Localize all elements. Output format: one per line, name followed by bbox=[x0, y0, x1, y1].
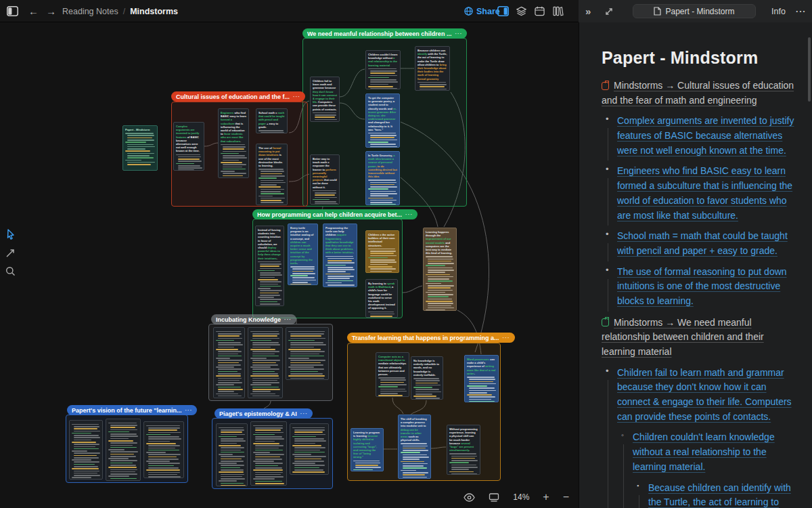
canvas-card-20[interactable]: Learning to program is learning become h… bbox=[351, 428, 384, 471]
group-menu-icon[interactable]: ··· bbox=[405, 211, 413, 217]
canvas-card-27[interactable] bbox=[106, 419, 141, 481]
breadcrumb-current[interactable]: Mindstorms bbox=[130, 7, 178, 16]
calendar-icon[interactable] bbox=[535, 0, 545, 22]
canvas-card-28[interactable] bbox=[143, 421, 184, 478]
canvas-card-29[interactable] bbox=[216, 423, 248, 486]
canvas-card-5[interactable]: Better way to teach math = empower the l… bbox=[310, 154, 340, 205]
canvas-card-6[interactable]: In Turtle Geometry, a math idea became a… bbox=[365, 151, 400, 205]
card-text-line bbox=[451, 460, 478, 461]
canvas-card-9[interactable]: School math = math that could be taught … bbox=[256, 108, 288, 133]
card-text-line bbox=[428, 270, 454, 271]
layers-icon[interactable] bbox=[516, 0, 526, 22]
bullet-link-text[interactable]: Complex arguments are invented to justif… bbox=[617, 114, 794, 158]
card-text-line bbox=[74, 466, 98, 467]
open-document-tab[interactable]: Papert - Mindstorm bbox=[633, 4, 756, 18]
group-menu-icon[interactable]: ··· bbox=[185, 407, 192, 413]
card-text-line bbox=[261, 198, 285, 199]
group-label-how-programming-helps[interactable]: How programming can help children acquir… bbox=[252, 209, 418, 219]
card-text-line bbox=[451, 467, 478, 468]
canvas-card-15[interactable]: By learning to speak math in Mathland, a… bbox=[365, 279, 398, 318]
card-text-line bbox=[108, 458, 129, 459]
card-text-line bbox=[415, 389, 439, 390]
bullet-link-text[interactable]: School math = math that could be taught … bbox=[617, 229, 794, 258]
right-sidebar-toggle-icon[interactable] bbox=[497, 0, 509, 22]
group-label-meaningful-relationship[interactable]: We need meanful relationship between chi… bbox=[302, 28, 467, 39]
card-text-line bbox=[288, 366, 314, 368]
group-menu-icon[interactable]: ··· bbox=[284, 316, 292, 322]
bullet-link-text[interactable]: Because children can identify with the T… bbox=[648, 481, 794, 508]
canvas-card-30[interactable] bbox=[250, 421, 287, 486]
canvas-card-1[interactable]: Children fail to learn math and grammar … bbox=[310, 77, 340, 122]
section-heading[interactable]: Mindstorms → Cultural issues of educatio… bbox=[602, 79, 794, 108]
canvas-card-13[interactable]: Programming the turtle can help children… bbox=[323, 224, 357, 287]
canvas-card-25[interactable] bbox=[286, 327, 329, 380]
card-text-line bbox=[261, 175, 285, 177]
card-text-line bbox=[428, 296, 449, 297]
canvas-card-14[interactable]: Children = the active builders of their … bbox=[365, 230, 399, 273]
group-label-cultural-issues[interactable]: Cultural issues of education and the f..… bbox=[171, 91, 305, 102]
back-button[interactable]: ← bbox=[28, 0, 39, 22]
zoom-in-button[interactable]: + bbox=[543, 492, 549, 503]
bullet-link-text[interactable]: Children fail to learn math and grammar … bbox=[617, 366, 794, 425]
info-button[interactable]: Info bbox=[771, 0, 786, 22]
group-menu-icon[interactable]: ··· bbox=[455, 30, 462, 37]
card-text-line bbox=[418, 82, 446, 83]
canvas-card-4[interactable]: To get the computer to generate poetry, … bbox=[365, 93, 400, 148]
canvas-card-26[interactable] bbox=[69, 420, 103, 480]
group-menu-icon[interactable]: ··· bbox=[293, 93, 300, 100]
card-text-line bbox=[313, 121, 330, 122]
panel-scrollbar[interactable] bbox=[808, 37, 811, 102]
card-text-line bbox=[146, 425, 180, 427]
canvas-card-12[interactable]: Every turtle program is an intuitive ana… bbox=[288, 224, 318, 285]
group-menu-icon[interactable]: ··· bbox=[503, 335, 510, 341]
canvas-card-11[interactable]: Instead of forcing students into countin… bbox=[255, 226, 284, 306]
connect-tool-icon[interactable] bbox=[5, 248, 16, 258]
expand-panel-icon[interactable] bbox=[604, 0, 614, 22]
collapse-panel-icon[interactable]: » bbox=[585, 0, 591, 22]
breadcrumb-parent[interactable]: Reading Notes bbox=[62, 7, 118, 16]
group-label-piaget-epistemology[interactable]: Piaget's epistemology & AI··· bbox=[215, 408, 313, 419]
canvas-card-10[interactable]: The use of formal reasoning to put down … bbox=[256, 144, 288, 205]
card-text-line bbox=[148, 436, 179, 438]
zoom-level[interactable]: 14% bbox=[513, 492, 529, 502]
sidebar-toggle-icon[interactable] bbox=[7, 0, 18, 22]
group-menu-icon[interactable]: ··· bbox=[300, 410, 308, 417]
canvas-card-3[interactable]: Because children can identify with the T… bbox=[415, 46, 450, 91]
card-text-line bbox=[403, 457, 429, 458]
section-heading[interactable]: Mindstorms → We need meanful relationshi… bbox=[602, 316, 794, 360]
select-tool-icon[interactable] bbox=[5, 229, 16, 240]
canvas-card-8[interactable]: Engineers who find BASIC easy to learn f… bbox=[218, 108, 249, 178]
canvas-card-22[interactable]: Without programming experience, learning… bbox=[447, 425, 480, 475]
group-label-papert-vision[interactable]: Papert's vision of the future "learnin..… bbox=[67, 405, 197, 415]
canvas-card-31[interactable] bbox=[290, 423, 329, 475]
canvas-card-16[interactable]: Learning happens through the improvement… bbox=[423, 228, 457, 311]
zoom-out-button[interactable]: − bbox=[563, 492, 569, 503]
card-text-line bbox=[218, 354, 238, 355]
bullet-link-text[interactable]: Children couldn't learn knowledge withou… bbox=[633, 430, 794, 474]
document-mini-card[interactable]: Papert - Mindstorm bbox=[122, 125, 158, 171]
canvas-card-24[interactable] bbox=[248, 327, 283, 398]
library-icon[interactable] bbox=[553, 0, 564, 22]
visibility-icon[interactable] bbox=[464, 493, 475, 502]
whiteboard-canvas[interactable]: We need meanful relationship between chi… bbox=[0, 22, 579, 508]
canvas-card-18[interactable]: No knowledge is entirely reducible to wo… bbox=[411, 356, 443, 400]
group-label-incubating-knowledge[interactable]: Incubating Knowledge··· bbox=[211, 314, 296, 324]
card-text-line bbox=[315, 203, 338, 205]
canvas-card-2[interactable]: Children couldn't learn knowledge withou… bbox=[365, 50, 401, 89]
present-icon[interactable] bbox=[489, 493, 499, 502]
share-button[interactable]: Share bbox=[464, 0, 500, 22]
more-options-button[interactable]: ··· bbox=[796, 0, 807, 22]
card-text-line bbox=[292, 280, 316, 281]
canvas-card-19[interactable]: Word processors can make a child's exper… bbox=[464, 355, 499, 402]
canvas-card-7[interactable]: Complex arguments are invented to justif… bbox=[173, 122, 204, 171]
canvas-card-21[interactable]: The skill of breaking a complex process … bbox=[398, 415, 431, 479]
forward-button[interactable]: → bbox=[46, 0, 56, 22]
bullet-link-text[interactable]: Engineers who find BASIC easy to learn f… bbox=[617, 164, 794, 223]
group-label-transfer-learning[interactable]: Transfer learning that happens in progra… bbox=[347, 333, 515, 343]
search-icon[interactable] bbox=[5, 266, 16, 276]
card-text-line bbox=[218, 380, 240, 381]
canvas-card-23[interactable] bbox=[213, 327, 245, 398]
canvas-card-17[interactable]: Computer acts as a transitional object t… bbox=[376, 352, 409, 397]
bullet-link-text[interactable]: The use of formal reasoning to put down … bbox=[617, 265, 794, 309]
card-text-line bbox=[378, 386, 398, 387]
